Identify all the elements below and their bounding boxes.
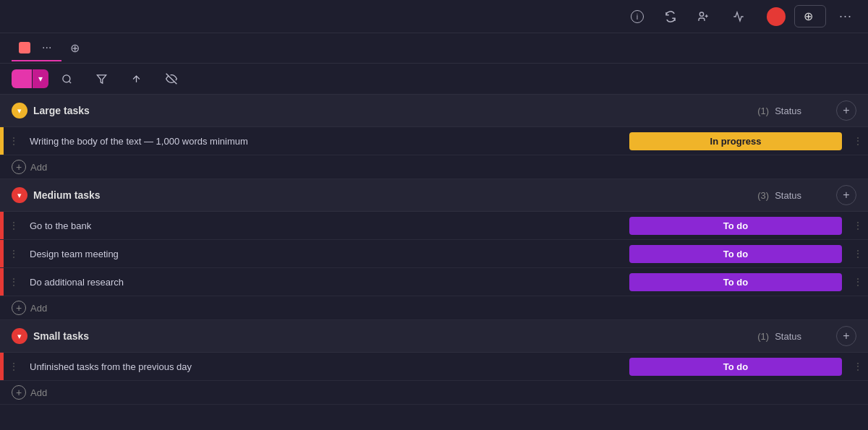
svg-point-3 xyxy=(63,74,70,82)
group-count-large-tasks: (1) xyxy=(757,106,769,116)
avatar xyxy=(767,7,786,26)
add-row-button[interactable]: +Add xyxy=(0,296,868,320)
filter-icon xyxy=(96,74,107,85)
add-to-board-button[interactable]: ⊕ xyxy=(794,5,826,27)
status-badge[interactable]: In progress xyxy=(629,132,842,150)
row-more-button[interactable]: ⋮ xyxy=(848,135,868,147)
status-badge[interactable]: To do xyxy=(629,245,842,263)
drag-handle[interactable]: ⋮ xyxy=(4,220,24,231)
add-icon: ⊕ xyxy=(804,9,813,23)
invite-button[interactable] xyxy=(692,8,718,25)
activity-button[interactable] xyxy=(727,8,754,25)
task-status-cell[interactable]: In progress xyxy=(624,129,848,153)
group-header-large-tasks: ▾Large tasks(1)Status+ xyxy=(0,95,868,127)
chevron-down-icon: ▾ xyxy=(17,191,22,200)
group-header-small-tasks: ▾Small tasks(1)Status+ xyxy=(0,320,868,353)
group-status-header-small-tasks: Status xyxy=(775,331,801,342)
table-row[interactable]: ⋮Do additional researchTo do⋮ xyxy=(0,268,868,296)
add-row-button[interactable]: +Add xyxy=(0,155,868,179)
table-icon xyxy=(19,42,30,53)
group-name-medium-tasks: Medium tasks xyxy=(33,189,749,201)
status-badge[interactable]: To do xyxy=(629,273,842,291)
toolbar: ▾ xyxy=(0,64,868,95)
content-area: ▾Large tasks(1)Status+⋮Writing the body … xyxy=(0,95,868,405)
info-button[interactable]: i xyxy=(625,7,650,26)
activity-icon xyxy=(733,11,744,22)
drag-icon: ⋮ xyxy=(9,276,19,288)
app-header: i ⊕ ··· xyxy=(0,0,868,33)
hide-icon xyxy=(166,73,177,85)
invite-icon xyxy=(697,11,709,22)
refresh-button[interactable] xyxy=(658,7,683,26)
drag-handle[interactable]: ⋮ xyxy=(4,248,24,259)
add-label: Add xyxy=(30,162,47,173)
table-row[interactable]: ⋮Unfinished tasks from the previous dayT… xyxy=(0,353,868,381)
new-item-chevron-button[interactable]: ▾ xyxy=(33,69,48,88)
group-toggle-large-tasks[interactable]: ▾ xyxy=(12,103,27,119)
more-vertical-icon: ⋮ xyxy=(853,361,863,372)
drag-icon: ⋮ xyxy=(9,220,19,231)
tabs-bar: ··· ⊕ xyxy=(0,33,868,64)
main-table-tab[interactable]: ··· xyxy=(12,35,61,61)
more-vertical-icon: ⋮ xyxy=(853,135,863,147)
search-icon xyxy=(61,74,72,85)
new-item-button[interactable] xyxy=(12,69,32,88)
group-count-medium-tasks: (3) xyxy=(757,190,769,201)
table-row[interactable]: ⋮Design team meetingTo do⋮ xyxy=(0,240,868,268)
add-label: Add xyxy=(30,303,47,314)
drag-handle[interactable]: ⋮ xyxy=(4,276,24,288)
chevron-down-icon: ▾ xyxy=(17,106,22,116)
header-right: i ⊕ ··· xyxy=(625,5,856,27)
row-more-button[interactable]: ⋮ xyxy=(848,361,868,372)
group-add-col-medium-tasks[interactable]: + xyxy=(836,185,856,205)
group-medium-tasks: ▾Medium tasks(3)Status+⋮Go to the bankTo… xyxy=(0,179,868,320)
group-rows-large-tasks: ⋮Writing the body of the text — 1,000 wo… xyxy=(0,127,868,179)
group-status-header-medium-tasks: Status xyxy=(775,190,801,201)
new-item-wrap: ▾ xyxy=(12,69,48,88)
drag-icon: ⋮ xyxy=(9,248,19,259)
row-more-button[interactable]: ⋮ xyxy=(848,248,868,259)
filter-button[interactable] xyxy=(89,70,118,88)
svg-point-0 xyxy=(699,12,703,16)
group-name-large-tasks: Large tasks xyxy=(33,105,749,116)
chevron-down-icon: ▾ xyxy=(17,332,22,341)
drag-handle[interactable]: ⋮ xyxy=(4,361,24,372)
group-small-tasks: ▾Small tasks(1)Status+⋮Unfinished tasks … xyxy=(0,320,868,405)
info-icon: i xyxy=(631,10,644,23)
task-name: Design team meeting xyxy=(24,243,624,265)
add-row-button[interactable]: +Add xyxy=(0,381,868,405)
add-circle-icon: + xyxy=(12,160,26,174)
group-large-tasks: ▾Large tasks(1)Status+⋮Writing the body … xyxy=(0,95,868,179)
add-circle-icon: + xyxy=(12,301,26,315)
drag-handle[interactable]: ⋮ xyxy=(4,135,24,147)
plus-icon: + xyxy=(843,189,849,202)
task-status-cell[interactable]: To do xyxy=(624,242,848,266)
group-toggle-small-tasks[interactable]: ▾ xyxy=(12,328,27,344)
task-status-cell[interactable]: To do xyxy=(624,214,848,238)
search-button[interactable] xyxy=(54,70,83,88)
svg-marker-5 xyxy=(97,74,106,82)
sort-button[interactable] xyxy=(124,70,153,88)
add-view-button[interactable]: ⊕ xyxy=(64,38,88,58)
hide-button[interactable] xyxy=(158,69,184,88)
row-more-button[interactable]: ⋮ xyxy=(848,220,868,231)
plus-icon: ⊕ xyxy=(70,41,80,55)
group-add-col-small-tasks[interactable]: + xyxy=(836,326,856,346)
header-more-button[interactable]: ··· xyxy=(835,6,856,27)
drag-icon: ⋮ xyxy=(9,135,19,147)
tab-dots-button[interactable]: ··· xyxy=(39,40,54,56)
row-more-button[interactable]: ⋮ xyxy=(848,276,868,288)
task-status-cell[interactable]: To do xyxy=(624,270,848,294)
group-add-col-large-tasks[interactable]: + xyxy=(836,100,856,121)
group-toggle-medium-tasks[interactable]: ▾ xyxy=(12,187,27,203)
table-row[interactable]: ⋮Go to the bankTo do⋮ xyxy=(0,212,868,240)
status-badge[interactable]: To do xyxy=(629,358,842,376)
last-seen-area xyxy=(762,7,786,26)
svg-line-4 xyxy=(69,81,71,83)
task-name: Unfinished tasks from the previous day xyxy=(24,356,624,378)
status-badge[interactable]: To do xyxy=(629,217,842,235)
group-rows-small-tasks: ⋮Unfinished tasks from the previous dayT… xyxy=(0,353,868,405)
task-status-cell[interactable]: To do xyxy=(624,355,848,379)
plus-icon: + xyxy=(843,104,849,117)
table-row[interactable]: ⋮Writing the body of the text — 1,000 wo… xyxy=(0,127,868,155)
